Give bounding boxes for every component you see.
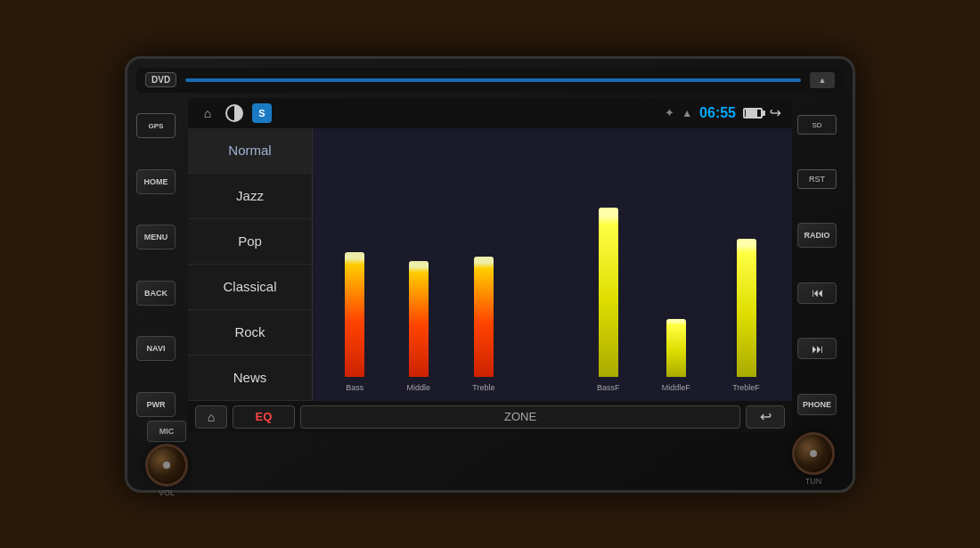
back-nav-icon[interactable]: ↩ [770,104,781,121]
bar-label-middle: Middle [406,383,430,392]
preset-jazz[interactable]: Jazz [188,174,312,219]
navi-button[interactable]: NAVI [136,336,176,361]
bar-middlef[interactable] [666,319,686,377]
tun-control: TUN [792,432,835,486]
bluetooth-icon: ✦ [665,106,674,119]
center-screen: ⌂ S ✦ ▲ 06:55 ↩ Normal [188,98,792,433]
bottom-controls: MIC VOL TUN [136,437,844,481]
preset-classical[interactable]: Classical [188,265,312,310]
eq-tab-button[interactable]: EQ [233,405,295,429]
menu-button[interactable]: MENU [136,225,176,249]
bar-label-bassf: BassF [597,383,620,392]
bar-group-treble: Treble [472,257,494,392]
zone-tab-button[interactable]: ZONE [300,405,740,429]
eq-presets-list: Normal Jazz Pop Classical Rock News [188,128,313,401]
bar-group-treblef: TrebleF [732,239,760,392]
bar-label-treblef: TrebleF [732,383,760,392]
tun-label: TUN [805,477,822,486]
preset-pop[interactable]: Pop [188,219,312,265]
vol-control: MIC VOL [145,421,188,497]
next-track-button[interactable]: ⏭ [797,338,837,359]
bar-label-bass: Bass [346,383,363,392]
screen-content: Normal Jazz Pop Classical Rock News Bass [188,128,792,401]
status-bar: ⌂ S ✦ ▲ 06:55 ↩ [188,98,792,128]
dvd-label: DVD [145,72,176,87]
bar-label-treble: Treble [472,383,494,392]
side-buttons-left: GPS HOME MENU BACK NAVI PWR [136,98,183,433]
app-icon[interactable]: S [252,103,272,123]
vol-knob[interactable] [145,444,188,487]
bottom-back-button[interactable]: ↩ [746,405,785,429]
phone-button[interactable]: PHONE [797,394,837,415]
bar-bass[interactable] [345,252,364,377]
side-buttons-right: SD RST RADIO ⏮ ⏭ PHONE [797,98,844,433]
battery-icon [743,108,763,119]
gps-button[interactable]: GPS [136,113,176,138]
prev-track-button[interactable]: ⏮ [797,282,837,304]
eject-button[interactable]: ▲ [810,72,835,88]
dvd-top-strip: DVD ▲ [136,68,844,93]
bottom-navigation-bar: ⌂ EQ ZONE ↩ [188,401,792,433]
bar-bassf[interactable] [599,208,618,377]
back-button[interactable]: BACK [136,281,176,306]
bars-container: Bass Middle Treble [326,137,779,397]
pwr-button[interactable]: PWR [136,392,176,417]
bar-group-bassf: BassF [597,208,620,392]
preset-normal[interactable]: Normal [188,128,312,174]
battery-fill [746,110,757,117]
bottom-home-button[interactable]: ⌂ [195,405,227,429]
sd-slot: SD [797,115,837,135]
main-area: GPS HOME MENU BACK NAVI PWR ⌂ S ✦ ▲ 06:5… [136,98,844,433]
bar-group-middlef: MiddleF [662,319,690,392]
time-display: 06:55 [699,105,736,121]
disc-slot [185,78,801,82]
knob-indicator [163,462,170,469]
mic-button[interactable]: MIC [147,421,186,442]
preset-news[interactable]: News [188,356,312,401]
bar-label-middlef: MiddleF [662,383,690,392]
preset-rock[interactable]: Rock [188,310,312,356]
rst-button[interactable]: RST [797,169,837,189]
home-button[interactable]: HOME [136,169,176,194]
tun-knob[interactable] [792,432,835,475]
knob-indicator-right [810,450,817,457]
home-icon[interactable]: ⌂ [199,106,216,120]
bar-middle[interactable] [409,261,429,377]
vol-label: VOL [159,488,175,497]
brightness-icon [225,104,243,122]
status-right: ✦ ▲ 06:55 ↩ [665,104,781,121]
radio-button[interactable]: RADIO [797,223,837,248]
car-stereo-device: DVD ▲ GPS HOME MENU BACK NAVI PWR ⌂ S [125,56,855,493]
eq-display: Bass Middle Treble [313,128,792,401]
wifi-icon: ▲ [682,107,692,119]
bar-group-middle: Middle [406,261,430,392]
status-left: ⌂ S [199,103,272,123]
bar-treble[interactable] [474,257,494,377]
bar-treblef[interactable] [737,239,756,377]
bar-group-bass: Bass [345,252,364,392]
